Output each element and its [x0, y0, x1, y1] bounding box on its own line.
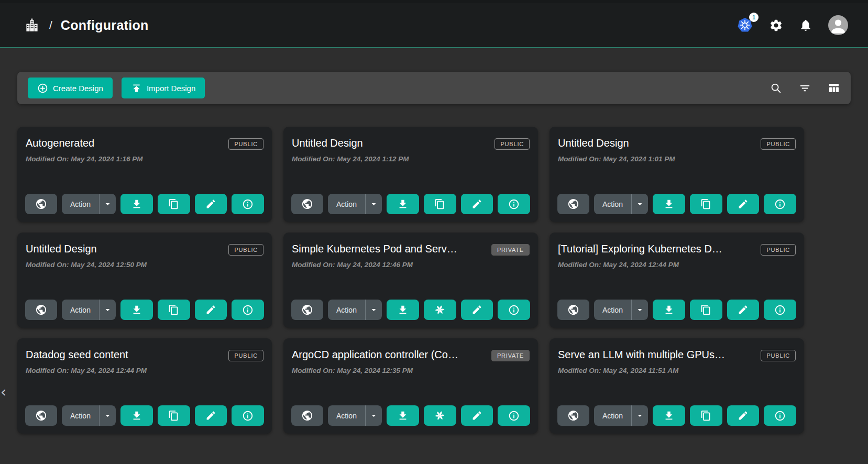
action-dropdown-toggle[interactable] [366, 194, 382, 214]
edit-button[interactable] [727, 405, 760, 426]
kubernetes-context-button[interactable]: 1 [737, 17, 753, 34]
info-button[interactable] [498, 194, 530, 214]
notifications-button[interactable] [799, 18, 812, 32]
action-button-label[interactable]: Action [594, 306, 631, 314]
clone-button[interactable] [158, 194, 190, 214]
search-button[interactable] [770, 82, 782, 94]
action-split-button[interactable]: Action [62, 300, 116, 320]
action-button-label[interactable]: Action [328, 306, 365, 314]
action-button-label[interactable]: Action [62, 412, 99, 420]
filter-button[interactable] [799, 82, 811, 94]
edit-button[interactable] [461, 194, 493, 214]
action-split-button[interactable]: Action [328, 300, 382, 320]
visibility-globe-button[interactable] [291, 405, 323, 426]
info-button[interactable] [232, 194, 264, 214]
visibility-globe-button[interactable] [291, 194, 323, 214]
person-icon [828, 15, 848, 35]
edit-button[interactable] [461, 300, 493, 320]
edit-pencil-icon [738, 304, 749, 315]
action-split-button[interactable]: Action [594, 194, 648, 214]
action-button-label[interactable]: Action [62, 306, 99, 314]
download-button[interactable] [387, 300, 419, 320]
edit-button[interactable] [727, 300, 760, 320]
visibility-globe-button[interactable] [557, 300, 589, 320]
action-dropdown-toggle[interactable] [366, 300, 382, 320]
visibility-badge: PUBLIC [761, 244, 796, 256]
action-button-label[interactable]: Action [328, 412, 365, 420]
kanvas-button[interactable] [424, 405, 456, 426]
action-split-button[interactable]: Action [62, 194, 116, 214]
download-icon [131, 198, 142, 210]
action-button-label[interactable]: Action [594, 412, 631, 420]
table-view-button[interactable] [828, 82, 840, 94]
visibility-badge: PUBLIC [761, 138, 796, 150]
user-avatar[interactable] [828, 15, 848, 35]
info-icon [242, 304, 254, 316]
download-button[interactable] [653, 300, 685, 320]
info-button[interactable] [764, 405, 796, 426]
action-dropdown-toggle[interactable] [100, 194, 116, 214]
action-button-label[interactable]: Action [62, 200, 99, 208]
design-card: ArgoCD application controller (Co… PRIVA… [283, 338, 538, 434]
edit-button[interactable] [461, 405, 493, 426]
clone-button[interactable] [690, 405, 722, 426]
download-button[interactable] [387, 405, 419, 426]
info-icon [774, 198, 786, 210]
info-button[interactable] [232, 300, 264, 320]
organization-building-icon[interactable] [24, 17, 40, 33]
download-button[interactable] [120, 194, 153, 214]
clone-button[interactable] [158, 405, 190, 426]
drawer-collapse-chevron[interactable]: ‹ [1, 383, 6, 401]
kanvas-button[interactable] [424, 300, 456, 320]
action-split-button[interactable]: Action [594, 300, 648, 320]
action-dropdown-toggle[interactable] [366, 405, 382, 426]
action-dropdown-toggle[interactable] [100, 300, 116, 320]
action-split-button[interactable]: Action [594, 405, 648, 426]
action-split-button[interactable]: Action [62, 405, 116, 426]
action-button-label[interactable]: Action [594, 200, 631, 208]
info-button[interactable] [498, 405, 530, 426]
card-header: ArgoCD application controller (Co… PRIVA… [292, 349, 530, 361]
action-button-label[interactable]: Action [328, 200, 365, 208]
download-button[interactable] [653, 405, 685, 426]
download-button[interactable] [120, 300, 153, 320]
info-button[interactable] [764, 300, 796, 320]
action-dropdown-toggle[interactable] [632, 194, 648, 214]
chevron-down-icon [103, 305, 113, 315]
download-icon [397, 198, 409, 210]
download-button[interactable] [120, 405, 153, 426]
edit-button[interactable] [195, 194, 227, 214]
chevron-down-icon [369, 199, 379, 209]
edit-button[interactable] [195, 300, 227, 320]
visibility-globe-button[interactable] [25, 300, 57, 320]
card-header: Untitled Design PUBLIC [292, 137, 530, 150]
action-split-button[interactable]: Action [328, 405, 382, 426]
design-card: Untitled Design PUBLIC Modified On: May … [550, 127, 804, 222]
clone-button[interactable] [158, 300, 190, 320]
info-button[interactable] [498, 300, 530, 320]
action-split-button[interactable]: Action [328, 194, 382, 214]
clone-button[interactable] [690, 300, 722, 320]
visibility-globe-button[interactable] [291, 300, 323, 320]
visibility-globe-button[interactable] [557, 194, 589, 214]
download-button[interactable] [653, 194, 685, 214]
design-title: Simple Kubernetes Pod and Serv… [292, 243, 457, 255]
create-design-button[interactable]: Create Design [28, 78, 113, 98]
visibility-globe-button[interactable] [25, 405, 57, 426]
settings-button[interactable] [769, 18, 783, 32]
info-button[interactable] [764, 194, 796, 214]
visibility-globe-button[interactable] [557, 405, 589, 426]
action-dropdown-toggle[interactable] [632, 300, 648, 320]
action-dropdown-toggle[interactable] [632, 405, 648, 426]
card-header: Autogenerated PUBLIC [26, 137, 263, 150]
chevron-down-icon [635, 199, 645, 209]
action-dropdown-toggle[interactable] [100, 405, 116, 426]
visibility-globe-button[interactable] [25, 194, 57, 214]
info-button[interactable] [232, 405, 264, 426]
import-design-button[interactable]: Import Design [122, 78, 205, 98]
edit-button[interactable] [727, 194, 760, 214]
clone-button[interactable] [690, 194, 722, 214]
download-button[interactable] [387, 194, 419, 214]
edit-button[interactable] [195, 405, 227, 426]
clone-button[interactable] [424, 194, 456, 214]
